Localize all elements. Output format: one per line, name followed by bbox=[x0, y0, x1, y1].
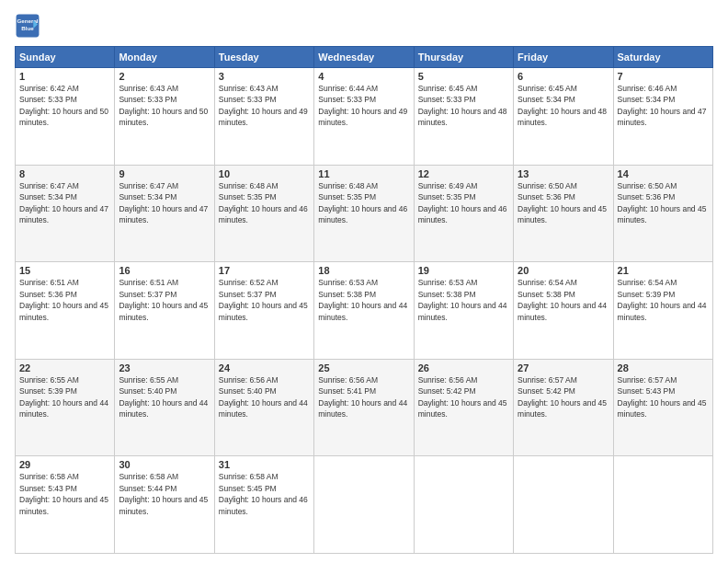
day-number: 5 bbox=[418, 71, 509, 82]
day-info: Sunrise: 6:55 AMSunset: 5:39 PMDaylight:… bbox=[19, 375, 108, 419]
day-number: 24 bbox=[219, 362, 310, 373]
day-info: Sunrise: 6:58 AMSunset: 5:45 PMDaylight:… bbox=[219, 472, 308, 515]
day-info: Sunrise: 6:44 AMSunset: 5:33 PMDaylight:… bbox=[318, 84, 407, 127]
calendar-cell bbox=[414, 456, 513, 554]
logo-icon: General Blue bbox=[15, 13, 40, 39]
calendar-cell: 13 Sunrise: 6:50 AMSunset: 5:36 PMDaylig… bbox=[514, 165, 613, 262]
day-info: Sunrise: 6:51 AMSunset: 5:37 PMDaylight:… bbox=[119, 278, 208, 321]
day-info: Sunrise: 6:51 AMSunset: 5:36 PMDaylight:… bbox=[19, 278, 108, 321]
calendar-cell bbox=[314, 456, 414, 554]
day-number: 17 bbox=[219, 265, 310, 276]
day-number: 16 bbox=[119, 265, 210, 276]
day-info: Sunrise: 6:52 AMSunset: 5:37 PMDaylight:… bbox=[219, 278, 308, 321]
calendar-cell: 10 Sunrise: 6:48 AMSunset: 5:35 PMDaylig… bbox=[214, 165, 313, 262]
calendar-cell: 8 Sunrise: 6:47 AMSunset: 5:34 PMDayligh… bbox=[16, 165, 115, 262]
day-info: Sunrise: 6:45 AMSunset: 5:33 PMDaylight:… bbox=[418, 84, 507, 127]
calendar-cell: 1 Sunrise: 6:42 AMSunset: 5:33 PMDayligh… bbox=[16, 68, 115, 166]
day-info: Sunrise: 6:56 AMSunset: 5:40 PMDaylight:… bbox=[219, 375, 308, 419]
day-info: Sunrise: 6:53 AMSunset: 5:38 PMDaylight:… bbox=[318, 278, 407, 321]
day-info: Sunrise: 6:58 AMSunset: 5:43 PMDaylight:… bbox=[19, 472, 108, 515]
calendar-week-1: 1 Sunrise: 6:42 AMSunset: 5:33 PMDayligh… bbox=[16, 68, 713, 166]
day-number: 15 bbox=[19, 265, 110, 276]
day-number: 6 bbox=[518, 71, 609, 82]
day-number: 28 bbox=[618, 362, 709, 373]
day-info: Sunrise: 6:55 AMSunset: 5:40 PMDaylight:… bbox=[119, 375, 208, 419]
calendar-cell: 3 Sunrise: 6:43 AMSunset: 5:33 PMDayligh… bbox=[214, 68, 313, 166]
calendar-header-row: SundayMondayTuesdayWednesdayThursdayFrid… bbox=[16, 47, 713, 68]
day-info: Sunrise: 6:47 AMSunset: 5:34 PMDaylight:… bbox=[119, 181, 208, 224]
calendar-cell: 24 Sunrise: 6:56 AMSunset: 5:40 PMDaylig… bbox=[214, 359, 313, 456]
calendar-cell: 12 Sunrise: 6:49 AMSunset: 5:35 PMDaylig… bbox=[414, 165, 513, 262]
svg-text:Blue: Blue bbox=[21, 25, 34, 31]
day-number: 22 bbox=[19, 362, 110, 373]
calendar-cell: 23 Sunrise: 6:55 AMSunset: 5:40 PMDaylig… bbox=[115, 359, 214, 456]
calendar-cell: 2 Sunrise: 6:43 AMSunset: 5:33 PMDayligh… bbox=[115, 68, 214, 166]
calendar-cell: 21 Sunrise: 6:54 AMSunset: 5:39 PMDaylig… bbox=[613, 262, 712, 360]
day-number: 14 bbox=[618, 168, 709, 179]
calendar-cell: 22 Sunrise: 6:55 AMSunset: 5:39 PMDaylig… bbox=[16, 359, 115, 456]
day-info: Sunrise: 6:57 AMSunset: 5:42 PMDaylight:… bbox=[518, 375, 607, 419]
calendar-cell: 15 Sunrise: 6:51 AMSunset: 5:36 PMDaylig… bbox=[16, 262, 115, 360]
calendar-cell: 20 Sunrise: 6:54 AMSunset: 5:38 PMDaylig… bbox=[514, 262, 613, 360]
calendar-cell: 11 Sunrise: 6:48 AMSunset: 5:35 PMDaylig… bbox=[314, 165, 414, 262]
calendar-header-friday: Friday bbox=[514, 47, 613, 68]
day-number: 20 bbox=[518, 265, 609, 276]
calendar-table: SundayMondayTuesdayWednesdayThursdayFrid… bbox=[15, 46, 713, 554]
day-number: 4 bbox=[318, 71, 409, 82]
calendar-week-3: 15 Sunrise: 6:51 AMSunset: 5:36 PMDaylig… bbox=[16, 262, 713, 360]
day-info: Sunrise: 6:54 AMSunset: 5:39 PMDaylight:… bbox=[618, 278, 707, 321]
calendar-cell bbox=[613, 456, 712, 554]
calendar-cell: 19 Sunrise: 6:53 AMSunset: 5:38 PMDaylig… bbox=[414, 262, 513, 360]
day-info: Sunrise: 6:56 AMSunset: 5:42 PMDaylight:… bbox=[418, 375, 507, 419]
calendar-cell: 7 Sunrise: 6:46 AMSunset: 5:34 PMDayligh… bbox=[613, 68, 712, 166]
calendar-header-thursday: Thursday bbox=[414, 47, 513, 68]
logo: General Blue bbox=[15, 13, 44, 39]
calendar-cell: 30 Sunrise: 6:58 AMSunset: 5:44 PMDaylig… bbox=[115, 456, 214, 554]
day-info: Sunrise: 6:45 AMSunset: 5:34 PMDaylight:… bbox=[518, 84, 607, 127]
day-info: Sunrise: 6:47 AMSunset: 5:34 PMDaylight:… bbox=[19, 181, 108, 224]
calendar-cell: 18 Sunrise: 6:53 AMSunset: 5:38 PMDaylig… bbox=[314, 262, 414, 360]
calendar-cell: 4 Sunrise: 6:44 AMSunset: 5:33 PMDayligh… bbox=[314, 68, 414, 166]
day-number: 11 bbox=[318, 168, 409, 179]
day-info: Sunrise: 6:46 AMSunset: 5:34 PMDaylight:… bbox=[618, 84, 707, 127]
day-info: Sunrise: 6:56 AMSunset: 5:41 PMDaylight:… bbox=[318, 375, 407, 419]
calendar-cell: 29 Sunrise: 6:58 AMSunset: 5:43 PMDaylig… bbox=[16, 456, 115, 554]
day-number: 19 bbox=[418, 265, 509, 276]
day-info: Sunrise: 6:50 AMSunset: 5:36 PMDaylight:… bbox=[518, 181, 607, 224]
day-number: 2 bbox=[119, 71, 210, 82]
calendar-cell: 27 Sunrise: 6:57 AMSunset: 5:42 PMDaylig… bbox=[514, 359, 613, 456]
day-number: 9 bbox=[119, 168, 210, 179]
day-number: 26 bbox=[418, 362, 509, 373]
calendar-week-4: 22 Sunrise: 6:55 AMSunset: 5:39 PMDaylig… bbox=[16, 359, 713, 456]
day-info: Sunrise: 6:53 AMSunset: 5:38 PMDaylight:… bbox=[418, 278, 507, 321]
calendar-cell: 17 Sunrise: 6:52 AMSunset: 5:37 PMDaylig… bbox=[214, 262, 313, 360]
day-info: Sunrise: 6:57 AMSunset: 5:43 PMDaylight:… bbox=[618, 375, 707, 419]
header: General Blue bbox=[15, 13, 713, 39]
calendar-cell: 31 Sunrise: 6:58 AMSunset: 5:45 PMDaylig… bbox=[214, 456, 313, 554]
day-number: 13 bbox=[518, 168, 609, 179]
day-number: 3 bbox=[219, 71, 310, 82]
day-info: Sunrise: 6:43 AMSunset: 5:33 PMDaylight:… bbox=[119, 84, 208, 127]
day-info: Sunrise: 6:48 AMSunset: 5:35 PMDaylight:… bbox=[318, 181, 407, 224]
page: General Blue SundayMondayTuesdayWednesda… bbox=[0, 0, 728, 563]
day-number: 21 bbox=[618, 265, 709, 276]
day-info: Sunrise: 6:50 AMSunset: 5:36 PMDaylight:… bbox=[618, 181, 707, 224]
day-number: 18 bbox=[318, 265, 409, 276]
calendar-cell: 26 Sunrise: 6:56 AMSunset: 5:42 PMDaylig… bbox=[414, 359, 513, 456]
day-info: Sunrise: 6:42 AMSunset: 5:33 PMDaylight:… bbox=[19, 84, 108, 127]
calendar-cell: 5 Sunrise: 6:45 AMSunset: 5:33 PMDayligh… bbox=[414, 68, 513, 166]
calendar-cell: 25 Sunrise: 6:56 AMSunset: 5:41 PMDaylig… bbox=[314, 359, 414, 456]
day-number: 12 bbox=[418, 168, 509, 179]
calendar-week-5: 29 Sunrise: 6:58 AMSunset: 5:43 PMDaylig… bbox=[16, 456, 713, 554]
day-number: 25 bbox=[318, 362, 409, 373]
day-number: 29 bbox=[19, 459, 110, 470]
day-info: Sunrise: 6:48 AMSunset: 5:35 PMDaylight:… bbox=[219, 181, 308, 224]
day-info: Sunrise: 6:54 AMSunset: 5:38 PMDaylight:… bbox=[518, 278, 607, 321]
day-number: 31 bbox=[219, 459, 310, 470]
day-number: 30 bbox=[119, 459, 210, 470]
calendar-cell: 6 Sunrise: 6:45 AMSunset: 5:34 PMDayligh… bbox=[514, 68, 613, 166]
calendar-cell: 28 Sunrise: 6:57 AMSunset: 5:43 PMDaylig… bbox=[613, 359, 712, 456]
day-number: 7 bbox=[618, 71, 709, 82]
day-info: Sunrise: 6:49 AMSunset: 5:35 PMDaylight:… bbox=[418, 181, 507, 224]
day-number: 10 bbox=[219, 168, 310, 179]
